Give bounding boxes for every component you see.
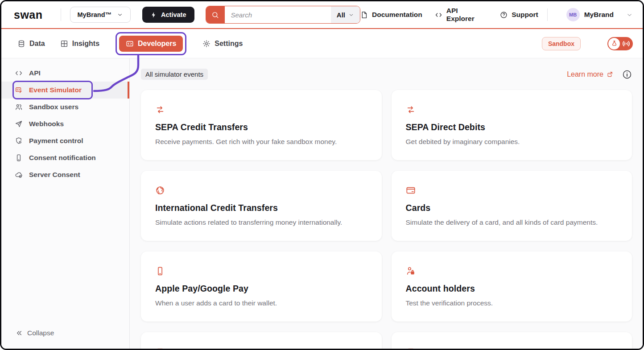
sidebar-item-api[interactable]: API	[1, 65, 129, 82]
card-description: Simulate actions related to transferring…	[155, 218, 367, 226]
tab-settings[interactable]: Settings	[202, 40, 243, 48]
partial-icon	[155, 347, 165, 349]
database-icon	[17, 40, 25, 48]
search-bar: All	[206, 6, 361, 24]
card-title: Apple Pay/Google Pay	[155, 284, 367, 294]
sidebar-item-label: Payment control	[29, 137, 83, 145]
section-nav: Data Insights Developers Settings Sandbo…	[1, 28, 643, 58]
avatar: MB	[566, 8, 580, 21]
card-international-credit-transfers[interactable]: International Credit Transfers Simulate …	[141, 171, 382, 241]
main-content: All simulator events Learn more SEPA Cre…	[130, 58, 643, 349]
double-chevron-left-icon	[16, 329, 23, 337]
search-icon	[211, 11, 219, 19]
learn-more-link[interactable]: Learn more	[567, 70, 613, 78]
activate-button[interactable]: Activate	[142, 7, 194, 23]
flask-icon	[611, 40, 618, 47]
project-selector[interactable]: MyBrand™	[70, 7, 131, 23]
document-icon	[360, 11, 368, 19]
sidebar-item-label: Event Simulator	[29, 86, 82, 94]
sidebar-item-event-simulator[interactable]: Event Simulator	[1, 82, 129, 99]
header-divider	[547, 8, 548, 21]
send-icon	[15, 120, 23, 128]
search-filter-value: All	[337, 11, 345, 19]
sidebar-item-label: Sandbox users	[29, 103, 78, 111]
account-menu[interactable]: MB MyBrand	[566, 8, 633, 21]
environment-badge[interactable]: Sandbox	[542, 37, 581, 50]
header-link-support[interactable]: Support	[500, 11, 538, 19]
card-sepa-credit-transfers[interactable]: SEPA Credit Transfers Receive payments. …	[141, 90, 382, 160]
sidebar-item-label: API	[29, 69, 41, 77]
collapse-label: Collapse	[27, 329, 54, 337]
card-title: International Credit Transfers	[155, 203, 367, 213]
header-divider	[61, 8, 61, 21]
person-bag-icon	[406, 266, 416, 276]
tab-data[interactable]: Data	[17, 40, 45, 48]
simulator-cards-grid: SEPA Credit Transfers Receive payments. …	[141, 90, 632, 349]
card-sepa-direct-debits[interactable]: SEPA Direct Debits Get debited by imagin…	[392, 90, 632, 160]
search-input[interactable]	[225, 6, 331, 23]
sidebar-item-webhooks[interactable]: Webhooks	[1, 115, 129, 132]
filter-chip[interactable]: All simulator events	[141, 69, 208, 80]
tab-insights[interactable]: Insights	[60, 40, 99, 48]
swan-logo: swan	[14, 8, 43, 21]
card-title: SEPA Direct Debits	[406, 122, 618, 132]
transfer-arrows-icon	[406, 105, 416, 115]
environment-toggle[interactable]	[607, 37, 633, 50]
tab-label: Insights	[72, 40, 99, 48]
code-icon	[435, 11, 442, 19]
search-filter-dropdown[interactable]: All	[331, 6, 360, 23]
card-description: When a user adds a card to their wallet.	[155, 299, 367, 307]
card-item[interactable]	[392, 332, 632, 349]
transfer-arrows-icon	[155, 105, 165, 115]
header-link-api-explorer[interactable]: API Explorer	[435, 7, 487, 23]
tab-developers[interactable]: Developers	[119, 36, 183, 52]
sidebar-item-label: Consent notification	[29, 154, 96, 162]
search-submit-button[interactable]	[206, 6, 225, 23]
users-icon	[15, 103, 23, 111]
project-selector-label: MyBrand™	[78, 11, 112, 18]
activate-button-label: Activate	[161, 11, 186, 18]
header-link-documentation[interactable]: Documentation	[360, 11, 422, 19]
card-description: Simulate the delivery of a card, and all…	[406, 218, 618, 226]
card-title: Cards	[406, 203, 618, 213]
card-apple-pay-google-pay[interactable]: Apple Pay/Google Pay When a user adds a …	[141, 251, 382, 321]
top-header: swan MyBrand™ Activate All Documentation…	[1, 1, 643, 28]
nav-tabs: Data Insights Developers Settings	[17, 32, 243, 55]
annotation-box-developers: Developers	[116, 32, 186, 55]
account-name: MyBrand	[584, 11, 614, 19]
sidebar-item-server-consent[interactable]: Server Consent	[1, 166, 129, 183]
help-circle-icon	[500, 11, 508, 19]
cloud-consent-icon	[15, 171, 23, 179]
collapse-button[interactable]: Collapse	[1, 329, 129, 349]
info-icon[interactable]	[622, 70, 632, 79]
card-title: SEPA Credit Transfers	[155, 122, 367, 132]
header-links: Documentation API Explorer Support	[360, 7, 538, 23]
gear-icon	[202, 40, 211, 48]
smartphone-icon	[15, 154, 23, 162]
tab-label: Settings	[215, 40, 243, 48]
partial-icon	[406, 347, 416, 349]
header-link-label: Documentation	[372, 11, 422, 19]
credit-card-icon	[406, 185, 416, 195]
smartphone-icon	[155, 266, 165, 276]
sidebar-item-consent-notification[interactable]: Consent notification	[1, 149, 129, 166]
bolt-icon	[150, 12, 157, 18]
chevron-down-icon	[348, 12, 354, 18]
card-description: Receive payments. Get rich with your fak…	[155, 138, 367, 146]
sidebar-item-label: Webhooks	[29, 120, 64, 128]
card-cards[interactable]: Cards Simulate the delivery of a card, a…	[392, 171, 632, 241]
card-item[interactable]	[141, 332, 382, 349]
chevron-down-icon	[117, 12, 123, 18]
sidebar: API Event Simulator Sandbox users Webhoo…	[1, 58, 130, 349]
sidebar-item-sandbox-users[interactable]: Sandbox users	[1, 99, 129, 115]
header-link-label: API Explorer	[446, 7, 487, 23]
card-title: Account holders	[406, 284, 618, 294]
app-window: swan MyBrand™ Activate All Documentation…	[0, 0, 644, 350]
sidebar-item-label: Server Consent	[29, 171, 80, 179]
header-link-label: Support	[512, 11, 538, 19]
sidebar-item-payment-control[interactable]: Payment control	[1, 132, 129, 149]
card-description: Get debited by imaginary companies.	[406, 138, 618, 146]
shield-check-icon	[15, 137, 23, 145]
card-account-holders[interactable]: Account holders Test the verification pr…	[392, 251, 632, 321]
grid-icon	[60, 40, 68, 48]
